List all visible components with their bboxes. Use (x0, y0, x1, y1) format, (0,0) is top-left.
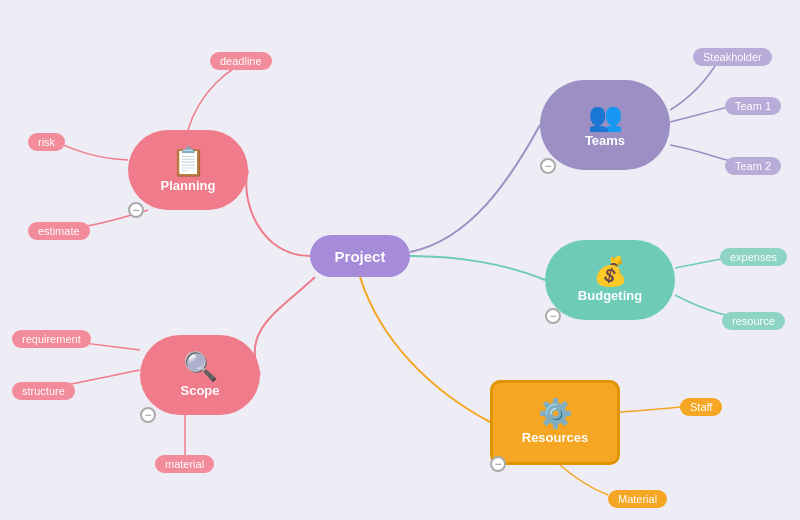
planning-collapse-btn[interactable]: − (128, 202, 144, 218)
planning-node[interactable]: 📋 Planning (128, 130, 248, 210)
budgeting-node[interactable]: 💰 Budgeting (545, 240, 675, 320)
tag-requirement[interactable]: requirement (12, 330, 91, 348)
tag-estimate[interactable]: estimate (28, 222, 90, 240)
tag-team2[interactable]: Team 2 (725, 157, 781, 175)
tag-resource[interactable]: resource (722, 312, 785, 330)
teams-collapse-btn[interactable]: − (540, 158, 556, 174)
teams-icon: 👥 (588, 103, 623, 131)
project-label: Project (335, 248, 386, 265)
tag-steakholder[interactable]: Steakholder (693, 48, 772, 66)
budgeting-icon: 💰 (593, 258, 628, 286)
tag-material-resources[interactable]: Material (608, 490, 667, 508)
planning-label: Planning (161, 178, 216, 193)
resources-node[interactable]: ⚙️ Resources (490, 380, 620, 465)
resources-collapse-btn[interactable]: − (490, 456, 506, 472)
tag-material[interactable]: material (155, 455, 214, 473)
budgeting-collapse-btn[interactable]: − (545, 308, 561, 324)
scope-icon: 🔍 (183, 353, 218, 381)
tag-staff[interactable]: Staff (680, 398, 722, 416)
tag-risk[interactable]: risk (28, 133, 65, 151)
scope-collapse-btn[interactable]: − (140, 407, 156, 423)
scope-node[interactable]: 🔍 Scope (140, 335, 260, 415)
tag-team1[interactable]: Team 1 (725, 97, 781, 115)
project-node[interactable]: Project (310, 235, 410, 277)
teams-label: Teams (585, 133, 625, 148)
budgeting-label: Budgeting (578, 288, 642, 303)
tag-deadline[interactable]: deadline (210, 52, 272, 70)
scope-label: Scope (180, 383, 219, 398)
tag-structure[interactable]: structure (12, 382, 75, 400)
teams-node[interactable]: 👥 Teams (540, 80, 670, 170)
resources-icon: ⚙️ (538, 400, 573, 428)
resources-label: Resources (522, 430, 588, 445)
tag-expenses[interactable]: expenses (720, 248, 787, 266)
planning-icon: 📋 (171, 148, 206, 176)
